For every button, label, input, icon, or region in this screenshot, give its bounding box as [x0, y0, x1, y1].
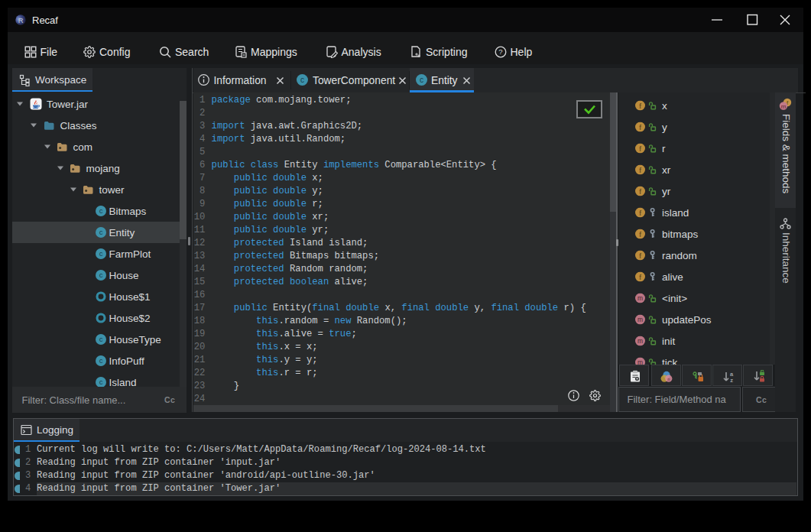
svg-text:m: m — [637, 316, 643, 323]
svg-text:c: c — [99, 206, 102, 215]
svg-text:c: c — [420, 76, 423, 84]
svg-text:c: c — [99, 335, 102, 343]
svg-text:f: f — [639, 230, 641, 238]
svg-text:c: c — [99, 271, 102, 279]
svg-text:z: z — [730, 377, 733, 383]
svg-text:f: f — [639, 123, 641, 131]
svg-text:m: m — [781, 102, 787, 109]
svg-text:c: c — [300, 76, 304, 84]
svg-text:f: f — [639, 251, 641, 260]
svg-text:f: f — [639, 102, 641, 110]
svg-text:c: c — [99, 378, 102, 386]
svg-text:m: m — [637, 358, 643, 364]
svg-text:R: R — [18, 15, 24, 24]
svg-text:c: c — [99, 356, 102, 365]
svg-text:c: c — [99, 228, 102, 236]
svg-text:f: f — [639, 166, 641, 174]
svg-text:m: m — [637, 337, 643, 345]
svg-text:m: m — [637, 294, 643, 302]
svg-text:f: f — [639, 273, 641, 281]
svg-text:?: ? — [498, 47, 502, 56]
svg-text:f: f — [639, 187, 641, 196]
svg-text:c: c — [99, 249, 102, 258]
svg-text:f: f — [639, 144, 641, 153]
svg-text:f: f — [639, 209, 641, 217]
